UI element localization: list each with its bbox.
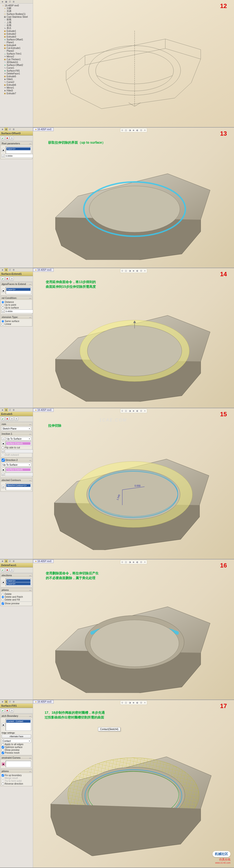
cancel-button[interactable]: ✖: [5, 709, 9, 713]
property-manager-panel[interactable]: ◈ ▦ ☑ ⊞ Extrude5 ✔ ✖ ? ? rom︽ Sketch Pla…: [0, 408, 33, 559]
chevron-up-icon[interactable]: ︽: [29, 283, 31, 285]
tree-bodies[interactable]: Surface Bodies(1): [7, 13, 26, 16]
file-tab[interactable]: 18-405P rev0: [33, 700, 54, 704]
tree-curve2[interactable]: Curve2: [7, 81, 14, 84]
tree-material[interactable]: Cast Stainless Steel: [7, 16, 28, 18]
prop-tab-icon[interactable]: ▦: [4, 559, 8, 563]
conf-tab-icon[interactable]: ☑: [8, 408, 12, 411]
prop-tab-icon[interactable]: ▦: [4, 0, 8, 3]
graphics-viewport[interactable]: 18-405P rev0 ⊙◫◑◈◐⊡A 17 17、18步制作阀板的密封圈槽，…: [33, 700, 234, 868]
file-tab[interactable]: 18-405P rev0: [33, 128, 54, 131]
tree-cutext1[interactable]: Cut-Extrude1: [7, 47, 21, 50]
tree-mirror1[interactable]: Mirror1: [7, 87, 14, 89]
dim-tab-icon[interactable]: ⊞: [12, 268, 15, 272]
chevron-up-icon[interactable]: ︽: [29, 715, 31, 717]
ok-button[interactable]: ✔: [1, 568, 5, 572]
graphics-viewport[interactable]: 18-405P rev0 ⊙◫◑◈◐⊡A 13 获取拉伸切除的界面（up to …: [33, 128, 234, 268]
delete-fill-radio[interactable]: [2, 599, 4, 601]
ok-button[interactable]: ✔: [1, 709, 5, 713]
distance-radio[interactable]: [2, 301, 4, 303]
property-manager-panel[interactable]: ◈ ▦ ☑ ⊞ Surface-Fill1 ✔ ✖ ? atch Boundar…: [0, 700, 33, 868]
tree-surftrim1[interactable]: Surface-Trim1: [7, 53, 22, 55]
tree-extrude2[interactable]: Extrude2: [7, 33, 16, 35]
tree-fillet1[interactable]: Fillet1: [7, 78, 13, 81]
preview-checkbox[interactable]: [2, 602, 4, 605]
offset-distance-input[interactable]: [5, 154, 33, 158]
tree-extrude7[interactable]: Extrude7: [7, 92, 16, 95]
selection-box[interactable]: Face<1>: [6, 147, 31, 154]
tree-deletef[interactable]: DeleteFace1: [7, 72, 20, 75]
cancel-button[interactable]: ✖: [5, 417, 9, 421]
dir1-dropdown[interactable]: Up To Surface▼: [6, 437, 31, 441]
conf-tab-icon[interactable]: ☑: [8, 0, 12, 3]
reverse-checkbox[interactable]: [2, 783, 4, 785]
conf-tab-icon[interactable]: ☑: [8, 128, 12, 131]
selection-box[interactable]: Face<1>: [6, 287, 31, 294]
tree-tab-icon[interactable]: ◈: [0, 268, 4, 272]
tree-mirror2[interactable]: Mirror2: [7, 55, 14, 58]
property-manager-panel[interactable]: ◈ ▦ ☑ ⊞ DeleteFace1 ✔ ✖ ? elections︽ ◆ F…: [0, 559, 33, 700]
contour-item[interactable]: Sketch4-Contour<1>: [6, 484, 30, 487]
help-button[interactable]: ?: [10, 709, 14, 713]
prop-tab-icon[interactable]: ▦: [4, 128, 8, 131]
tree-curve1[interactable]: Curve1: [7, 67, 14, 69]
graphics-viewport[interactable]: 18-405P rev0 ⊙◫◑◈◐⊡A 15 拉伸切除 1CAE.COM 0.…: [33, 408, 234, 559]
from-dropdown[interactable]: Sketch Plane▼: [2, 427, 31, 430]
cancel-button[interactable]: ✖: [5, 277, 9, 281]
uptopoint-radio[interactable]: [2, 304, 4, 306]
tree-3dsketch[interactable]: 3DSketch1: [7, 61, 18, 64]
chevron-up-icon[interactable]: ︽: [29, 142, 31, 145]
dim-tab-icon[interactable]: ⊞: [12, 700, 15, 703]
selection-box[interactable]: Face<1> Face<2>: [6, 578, 31, 586]
selection-item[interactable]: Face<1>: [6, 148, 30, 150]
edge-contact-dropdown[interactable]: Contact▼: [2, 739, 31, 743]
tree-extrude6[interactable]: Extrude6: [7, 84, 16, 86]
tree-lights[interactable]: 光源: [7, 9, 11, 13]
chevron-up-icon[interactable]: ︽: [29, 423, 31, 426]
dim-tab-icon[interactable]: ⊞: [12, 559, 15, 563]
conf-tab-icon[interactable]: ☑: [8, 559, 12, 563]
property-manager-panel[interactable]: ◈ ▦ ☑ ⊞ Surface-Offset3 ✔ ✖ ? ffset para…: [0, 128, 33, 268]
tree-fillet3[interactable]: Fillet3: [7, 89, 13, 92]
tree-surffill[interactable]: Surface-Fill1: [7, 69, 20, 72]
dir2-enable-checkbox[interactable]: [2, 459, 5, 462]
tree-extrude1[interactable]: Extrude1: [7, 30, 16, 32]
patch-selection-box[interactable]: Curve4 - Contact: [6, 719, 31, 731]
chevron-up-icon[interactable]: ︽: [29, 589, 31, 591]
tree-extrude4[interactable]: Extrude4: [7, 44, 16, 46]
view-toolbar[interactable]: ⊙◫◑◈◐⊡A: [120, 701, 147, 705]
view-toolbar[interactable]: ⊙◫◑◈◐⊡A: [120, 269, 147, 273]
chevron-up-icon[interactable]: ︽: [29, 433, 31, 435]
flip-checkbox[interactable]: [2, 446, 4, 449]
selection-item[interactable]: Face<1>: [6, 288, 30, 291]
tree-tab-icon[interactable]: ◈: [0, 559, 4, 563]
help-button[interactable]: ?: [14, 417, 18, 421]
chevron-up-icon[interactable]: ︽: [29, 479, 31, 482]
property-manager-panel[interactable]: ◈ ▦ ☑ ⊞ Surface-Extend1 ✔ ✖ ? dges/Faces…: [0, 268, 33, 408]
dir2-selection[interactable]: Surface-Extend1: [6, 468, 30, 471]
tree-cutthicken[interactable]: Cut-Thicken1: [7, 58, 21, 61]
tree-plane1[interactable]: Plane1: [7, 41, 14, 44]
chevron-up-icon[interactable]: ︽: [29, 316, 31, 318]
prop-tab-icon[interactable]: ▦: [4, 408, 8, 411]
dir2-dropdown[interactable]: Up To Surface▼: [2, 463, 31, 467]
feature-tree[interactable]: ◇18-405P rev0 A注解 ☼光源 ▢Surface Bodies(1)…: [0, 4, 33, 95]
help-button[interactable]: ?: [10, 136, 14, 140]
alternate-face-button[interactable]: Alternate Face: [2, 735, 31, 738]
prop-tab-icon[interactable]: ▦: [4, 700, 8, 703]
same-surface-radio[interactable]: [2, 320, 4, 322]
linear-radio[interactable]: [2, 323, 4, 325]
cancel-button[interactable]: ✖: [5, 136, 9, 140]
selection-item[interactable]: Curve4 - Contact: [6, 720, 30, 723]
graphics-viewport[interactable]: 18-405P rev0 ⊙◫◑◈◐⊡A 16 使用删除面命令，将拉伸切除后产生…: [33, 559, 234, 700]
cancel-button[interactable]: ✖: [5, 568, 9, 572]
dim-tab-icon[interactable]: ⊞: [12, 128, 15, 131]
constraint-box[interactable]: [6, 761, 31, 767]
detail-button[interactable]: ?: [10, 417, 14, 421]
ok-button[interactable]: ✔: [1, 136, 5, 140]
selection-item[interactable]: Face<2>: [6, 582, 30, 585]
apply-all-checkbox[interactable]: [2, 743, 4, 746]
extend-distance-input[interactable]: [5, 309, 33, 313]
conf-tab-icon[interactable]: ☑: [8, 700, 12, 703]
help-button[interactable]: ?: [10, 277, 14, 281]
